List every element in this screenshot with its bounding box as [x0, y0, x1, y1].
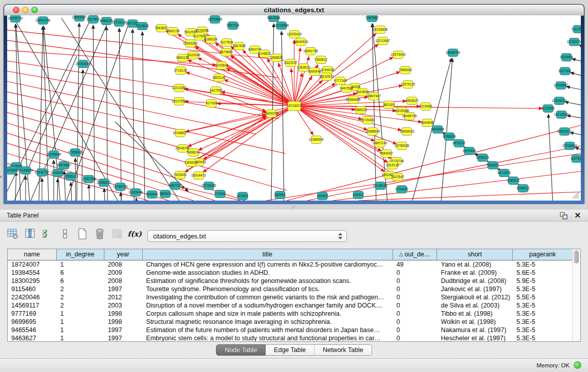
table-row[interactable]: 2242004622012Investigating the contribut…: [8, 293, 573, 301]
canvas-resize-grip[interactable]: [571, 190, 580, 200]
network-node[interactable]: 9699695: [421, 119, 434, 127]
network-node[interactable]: 17359928: [68, 149, 83, 157]
network-node[interactable]: 7986322: [354, 106, 367, 114]
network-node[interactable]: 18807249: [373, 140, 387, 147]
network-node[interactable]: 15751074: [567, 38, 581, 46]
network-node[interactable]: 12093582: [554, 82, 569, 90]
network-node[interactable]: 1527602: [86, 16, 100, 24]
network-node[interactable]: 29053346: [76, 60, 91, 68]
network-node[interactable]: 8990448: [308, 68, 321, 76]
function-builder-icon[interactable]: f(x): [129, 228, 140, 239]
network-node[interactable]: 9127508: [220, 39, 233, 47]
network-node[interactable]: 16210072: [319, 73, 334, 81]
network-node[interactable]: 19218586: [274, 22, 289, 30]
network-node[interactable]: 9463627: [405, 97, 419, 105]
network-node[interactable]: 9474444: [463, 147, 476, 155]
network-node[interactable]: 2803144: [212, 74, 226, 82]
network-node[interactable]: 134921: [353, 191, 364, 199]
show-column-icon[interactable]: [25, 228, 36, 239]
network-node[interactable]: 20564486: [346, 96, 361, 104]
network-node[interactable]: 2718126: [174, 67, 187, 75]
table-selector-dropdown[interactable]: citations_edges.txt: [147, 230, 347, 242]
network-node[interactable]: 10973493: [391, 51, 406, 59]
scrollbar-thumb[interactable]: [574, 250, 579, 264]
network-node[interactable]: 2935114: [476, 154, 489, 162]
network-node[interactable]: 15716485: [202, 182, 216, 190]
network-node[interactable]: 7485063: [399, 67, 412, 74]
network-node[interactable]: 9245012: [516, 185, 530, 192]
table-row[interactable]: 969969511998Structural magnetic resonanc…: [8, 318, 573, 326]
network-node[interactable]: 859521: [160, 190, 171, 198]
table-row[interactable]: 1456911722003Disruption of a novel membe…: [8, 301, 573, 310]
network-node[interactable]: 10719134: [112, 19, 127, 27]
network-node[interactable]: 16782759: [113, 183, 128, 191]
network-node[interactable]: 8471676: [497, 169, 511, 177]
network-node[interactable]: 24055724: [8, 15, 23, 23]
horizontal-splitter[interactable]: [0, 204, 588, 210]
network-node[interactable]: 10688609: [365, 128, 380, 136]
network-node[interactable]: 7632621: [486, 162, 499, 169]
column-header-short[interactable]: short: [437, 249, 513, 260]
network-node[interactable]: 7857224: [226, 22, 239, 30]
network-node[interactable]: 15720407: [360, 117, 375, 124]
new-table-icon[interactable]: [77, 228, 88, 239]
column-header-title[interactable]: title: [143, 249, 393, 260]
memory-ok-indicator[interactable]: [574, 361, 581, 369]
table-panel-titlebar[interactable]: Table Panel ✕: [0, 210, 588, 222]
network-node[interactable]: 862160: [383, 101, 395, 109]
network-node[interactable]: 18495796: [402, 113, 417, 120]
column-header-pagerank[interactable]: pagerank: [513, 249, 573, 260]
network-node[interactable]: 9890155: [176, 54, 189, 62]
delete-table-icon[interactable]: [94, 228, 105, 239]
network-node[interactable]: 16053809: [208, 16, 223, 24]
network-node[interactable]: 3675685: [220, 49, 233, 56]
network-node[interactable]: 16648784: [446, 49, 461, 57]
network-window-titlebar[interactable]: citations_edges.txt: [4, 5, 584, 16]
network-node[interactable]: 16961758: [303, 48, 318, 55]
network-node[interactable]: 17957255: [81, 176, 96, 183]
network-node[interactable]: 18107554: [172, 98, 187, 105]
tab-network-table[interactable]: Network Table: [315, 344, 372, 356]
network-node[interactable]: 15692971: [557, 128, 572, 136]
tab-node-table[interactable]: Node Table: [216, 344, 266, 356]
network-node[interactable]: 16210645: [554, 111, 569, 119]
network-node[interactable]: 2087682: [365, 15, 379, 22]
network-node[interactable]: 16640910: [294, 38, 309, 46]
network-node[interactable]: 20206596: [47, 151, 61, 159]
network-node[interactable]: 9457791: [168, 182, 182, 190]
column-header-name[interactable]: name: [8, 249, 57, 260]
network-node[interactable]: 909944: [146, 191, 158, 199]
column-header-out_de[interactable]: △out_de…: [393, 249, 438, 260]
column-header-in_degree[interactable]: in_degree: [57, 249, 104, 260]
close-panel-icon[interactable]: ✕: [574, 211, 581, 220]
table-row[interactable]: 946362711997Embryonic stem cells: a mode…: [8, 334, 573, 341]
panel-collapse-arrow[interactable]: ▸: [0, 174, 3, 179]
network-node[interactable]: 6497568: [340, 85, 353, 93]
network-node[interactable]: 417008: [206, 100, 217, 107]
network-node[interactable]: 773342: [214, 190, 226, 198]
network-node[interactable]: 1640954: [431, 126, 444, 134]
network-node[interactable]: 8938924: [443, 133, 456, 141]
network-node[interactable]: 18724007: [287, 101, 302, 111]
network-node[interactable]: 19756928: [395, 142, 409, 150]
network-node[interactable]: 11923446: [128, 189, 143, 196]
network-node[interactable]: 8186328: [204, 36, 217, 43]
network-node[interactable]: 2522547: [391, 173, 404, 181]
table-row[interactable]: 911546021997Tourette syndrome. Phenomeno…: [8, 285, 573, 293]
network-node[interactable]: 12213383: [172, 84, 187, 92]
network-node[interactable]: 13325419: [287, 31, 302, 38]
table-settings-icon[interactable]: [7, 228, 18, 239]
merge-rows-icon[interactable]: [59, 228, 71, 239]
network-node[interactable]: 116492: [317, 192, 328, 200]
table-row[interactable]: 1830029562008Estimation of significance …: [8, 277, 573, 285]
network-node[interactable]: 5498241: [187, 149, 200, 157]
network-node[interactable]: 12444134: [552, 97, 567, 105]
network-node[interactable]: 16154838: [373, 26, 388, 34]
network-node[interactable]: 20691406: [36, 17, 51, 25]
network-node[interactable]: 9777169: [334, 77, 347, 85]
network-node[interactable]: 7663822: [155, 25, 168, 32]
network-node[interactable]: 184951: [274, 191, 286, 199]
column-header-year[interactable]: year: [104, 249, 143, 260]
network-node[interactable]: 17016514: [562, 142, 577, 150]
network-node[interactable]: 12213967: [376, 37, 390, 45]
